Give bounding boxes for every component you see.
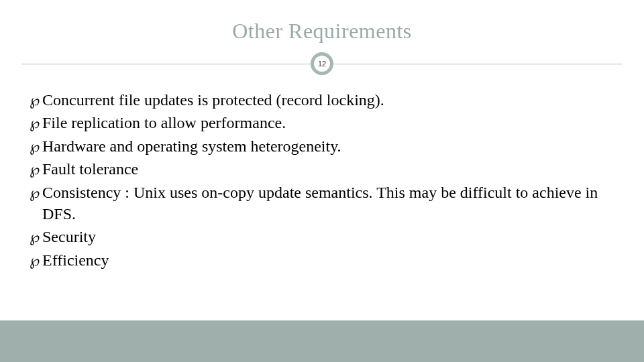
bullet-icon: ℘	[30, 137, 40, 157]
bullet-icon: ℘	[30, 90, 40, 111]
bullet-text: Concurrent file updates is protected (re…	[42, 89, 614, 111]
list-item: ℘ Hardware and operating system heteroge…	[30, 135, 614, 157]
bottom-bar	[0, 320, 644, 362]
bullet-text: Consistency : Unix uses on-copy update s…	[42, 182, 614, 225]
page-number-badge: 12	[311, 52, 333, 75]
bullet-text: Hardware and operating system heterogene…	[42, 135, 614, 157]
bullet-text: Efficiency	[42, 249, 614, 271]
bullet-icon: ℘	[30, 227, 40, 247]
bullet-text: Fault tolerance	[42, 158, 614, 180]
list-item: ℘ Security	[30, 226, 614, 247]
list-item: ℘ Consistency : Unix uses on-copy update…	[30, 182, 614, 225]
slide: Other Requirements 12 ℘ Concurrent file …	[0, 0, 644, 362]
list-item: ℘ Concurrent file updates is protected (…	[30, 89, 614, 111]
bullet-icon: ℘	[30, 183, 40, 203]
divider-row: 12	[0, 50, 644, 77]
list-item: ℘ Efficiency	[30, 249, 614, 271]
bullet-text: File replication to allow performance.	[42, 112, 614, 133]
slide-title: Other Requirements	[0, 0, 644, 50]
list-item: ℘ Fault tolerance	[30, 158, 614, 180]
list-item: ℘ File replication to allow performance.	[30, 112, 614, 133]
bullet-text: Security	[42, 226, 614, 247]
bullet-icon: ℘	[30, 251, 40, 271]
content-area: ℘ Concurrent file updates is protected (…	[0, 77, 644, 271]
bullet-icon: ℘	[30, 160, 40, 180]
bullet-icon: ℘	[30, 113, 40, 133]
